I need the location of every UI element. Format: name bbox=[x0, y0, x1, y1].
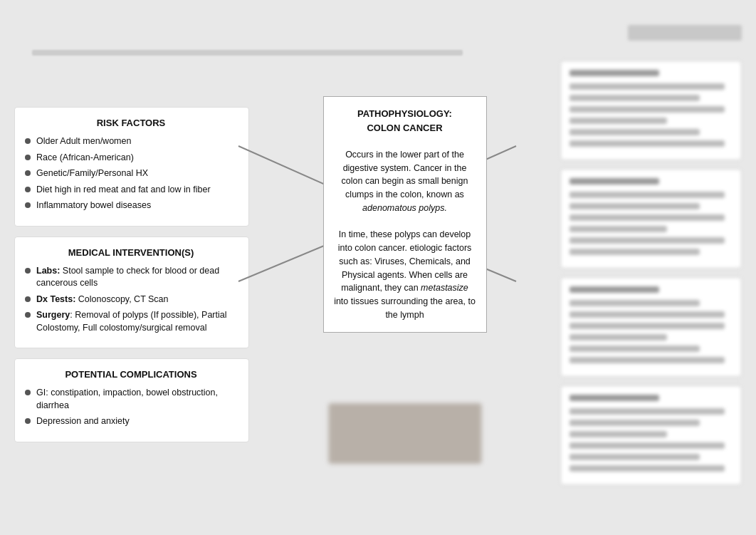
bullet-icon bbox=[25, 296, 31, 302]
blurred-line bbox=[569, 300, 700, 306]
blurred-line bbox=[569, 346, 700, 352]
bullet-icon bbox=[25, 155, 31, 160]
pathophysiology-italic2: metastasize bbox=[421, 283, 468, 293]
signs-symptoms-box bbox=[328, 403, 481, 464]
blurred-line bbox=[569, 465, 725, 472]
bullet-icon bbox=[25, 187, 31, 192]
blurred-line bbox=[569, 249, 700, 255]
list-item: GI: constipation, impaction, bowel obstr… bbox=[25, 387, 237, 412]
blurred-line bbox=[569, 95, 700, 101]
pathophysiology-subtitle: COLON CANCER bbox=[334, 121, 476, 135]
blurred-line bbox=[569, 334, 667, 341]
list-item: Race (African-American) bbox=[25, 152, 237, 165]
potential-complications-list: GI: constipation, impaction, bowel obstr… bbox=[25, 387, 237, 428]
potential-complications-card: POTENTIAL COMPLICATIONS GI: constipation… bbox=[14, 358, 249, 442]
potential-complications-title: POTENTIAL COMPLICATIONS bbox=[25, 369, 237, 380]
risk-factors-title: RISK FACTORS bbox=[25, 118, 237, 128]
blurred-line bbox=[569, 286, 659, 293]
blurred-line bbox=[569, 214, 725, 221]
title-line bbox=[32, 50, 463, 56]
bullet-icon bbox=[25, 418, 31, 424]
right-card-3 bbox=[560, 277, 742, 377]
pathophysiology-box: PATHOPHYSIOLOGY: COLON CANCER Occurs in … bbox=[323, 96, 487, 333]
risk-factors-list: Older Adult men/women Race (African-Amer… bbox=[25, 135, 237, 212]
list-item: Surgery: Removal of polyps (If possible)… bbox=[25, 309, 237, 334]
right-card-2 bbox=[560, 169, 742, 269]
bullet-icon bbox=[25, 312, 31, 318]
main-content: RISK FACTORS Older Adult men/women Race … bbox=[14, 61, 742, 521]
list-item: Diet high in red meat and fat and low in… bbox=[25, 184, 237, 197]
blurred-line bbox=[569, 395, 659, 401]
pathophysiology-title: PATHOPHYSIOLOGY: bbox=[334, 107, 476, 121]
blurred-line bbox=[569, 118, 667, 124]
blurred-line bbox=[569, 83, 725, 90]
list-item: Depression and anxiety bbox=[25, 415, 237, 428]
center-column: PATHOPHYSIOLOGY: COLON CANCER Occurs in … bbox=[249, 61, 560, 521]
list-item: Labs: Stool sample to check for blood or… bbox=[25, 265, 237, 290]
blurred-line bbox=[569, 129, 700, 135]
blurred-line bbox=[569, 70, 659, 76]
bullet-icon bbox=[25, 390, 31, 395]
medical-interventions-title: MEDICAL INTERVENTION(S) bbox=[25, 247, 237, 258]
blurred-line bbox=[569, 357, 725, 363]
blurred-line bbox=[569, 408, 725, 415]
blurred-line bbox=[569, 454, 700, 460]
blurred-line bbox=[569, 323, 725, 329]
bullet-icon bbox=[25, 202, 31, 208]
right-card-1 bbox=[560, 61, 742, 160]
bullet-icon bbox=[25, 138, 31, 144]
blurred-line bbox=[569, 140, 725, 147]
right-column bbox=[560, 61, 742, 521]
blurred-line bbox=[569, 203, 700, 209]
list-item: Inflammatory bowel diseases bbox=[25, 199, 237, 212]
blurred-line bbox=[569, 420, 700, 426]
right-card-4 bbox=[560, 385, 742, 485]
list-item: Genetic/Family/Personal HX bbox=[25, 167, 237, 180]
blurred-line bbox=[569, 106, 725, 113]
left-column: RISK FACTORS Older Adult men/women Race … bbox=[14, 61, 249, 521]
blurred-line bbox=[569, 178, 659, 185]
bullet-icon bbox=[25, 268, 31, 274]
list-item: Dx Tests: Colonoscopy, CT Scan bbox=[25, 294, 237, 306]
medical-interventions-card: MEDICAL INTERVENTION(S) Labs: Stool samp… bbox=[14, 237, 249, 349]
blurred-line bbox=[569, 192, 725, 198]
pathophysiology-body1: Occurs in the lower part of the digestiv… bbox=[342, 150, 468, 199]
bullet-icon bbox=[25, 170, 31, 176]
page-container: RISK FACTORS Older Adult men/women Race … bbox=[0, 0, 756, 535]
blurred-line bbox=[569, 431, 667, 437]
risk-factors-card: RISK FACTORS Older Adult men/women Race … bbox=[14, 107, 249, 227]
blurred-line bbox=[569, 226, 667, 232]
blurred-line bbox=[569, 237, 725, 244]
list-item: Older Adult men/women bbox=[25, 135, 237, 148]
blurred-line bbox=[569, 311, 725, 318]
pathophysiology-italic1: adenomatous polyps. bbox=[362, 203, 447, 213]
pathophysiology-body3: into tissues surrounding the area, to th… bbox=[334, 296, 476, 320]
blurred-line bbox=[569, 442, 725, 449]
medical-interventions-list: Labs: Stool sample to check for blood or… bbox=[25, 265, 237, 335]
top-bar bbox=[628, 25, 742, 41]
